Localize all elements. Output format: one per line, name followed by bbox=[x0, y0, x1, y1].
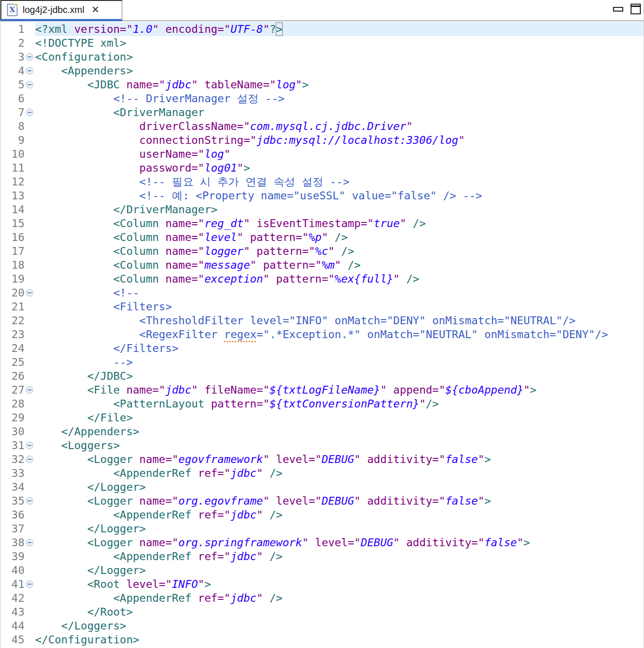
code-token: log bbox=[204, 148, 224, 160]
code-text[interactable]: <Logger name="egovframework" level="DEBU… bbox=[35, 452, 644, 466]
code-token bbox=[335, 245, 341, 258]
code-token bbox=[341, 259, 348, 272]
code-text[interactable]: <Column name="exception" pattern="%ex{fu… bbox=[35, 272, 644, 286]
code-text[interactable]: --> bbox=[35, 355, 644, 369]
code-text[interactable]: <Column name="message" pattern="%m" /> bbox=[35, 258, 644, 272]
code-text[interactable]: <JDBC name="jdbc" tableName="log"> bbox=[35, 78, 644, 92]
line-number: 33 bbox=[0, 466, 25, 480]
maximize-restore-icon[interactable] bbox=[631, 4, 641, 14]
code-text[interactable]: </File> bbox=[35, 411, 644, 425]
code-text[interactable]: </JDBC> bbox=[35, 369, 644, 383]
code-token: > bbox=[485, 494, 491, 507]
code-token: driverClassName=" bbox=[139, 120, 250, 133]
code-text[interactable]: <Root level="INFO"> bbox=[35, 577, 644, 591]
code-text[interactable]: <Logger name="org.springframework" level… bbox=[35, 536, 644, 549]
code-text[interactable]: connectionString="jdbc:mysql://localhost… bbox=[35, 133, 644, 147]
code-text[interactable]: <AppenderRef ref="jdbc" /> bbox=[35, 466, 644, 480]
code-text[interactable]: <AppenderRef ref="jdbc" /> bbox=[35, 591, 644, 605]
fold-collapse-icon[interactable] bbox=[26, 456, 33, 463]
code-text[interactable]: password="log01"> bbox=[35, 161, 644, 175]
code-text[interactable]: <!-- 예: <Property name="useSSL" value="f… bbox=[35, 189, 644, 203]
code-token: <Filters> bbox=[113, 300, 172, 313]
fold-collapse-icon[interactable] bbox=[26, 67, 33, 74]
code-text[interactable]: </Filters> bbox=[35, 341, 644, 355]
code-text[interactable]: <AppenderRef ref="jdbc" /> bbox=[35, 508, 644, 522]
xml-code-editor[interactable]: 1<?xml version="1.0" encoding="UTF-8"?>2… bbox=[0, 21, 644, 647]
code-text[interactable]: <DriverManager bbox=[35, 105, 644, 119]
fold-collapse-icon[interactable] bbox=[26, 539, 33, 546]
code-token bbox=[35, 425, 61, 438]
fold-collapse-icon[interactable] bbox=[26, 53, 33, 61]
code-token: " bbox=[322, 231, 328, 244]
code-text[interactable]: <!-- 필요 시 추가 연결 속성 설정 --> bbox=[35, 175, 644, 189]
minimize-icon[interactable] bbox=[613, 7, 623, 12]
code-text[interactable]: <AppenderRef ref="jdbc" /> bbox=[35, 549, 644, 563]
code-line: 17 <Column name="logger" pattern="%c" /> bbox=[0, 244, 644, 258]
code-token bbox=[35, 397, 113, 410]
code-token: " pattern=" bbox=[250, 259, 322, 272]
code-text[interactable]: </Configuration> bbox=[35, 633, 644, 647]
tab-log4j2-jdbc-xml[interactable]: X log4j2-jdbc.xml ✕ bbox=[0, 0, 123, 21]
line-number: 10 bbox=[0, 147, 25, 161]
code-text[interactable]: </Root> bbox=[35, 605, 644, 619]
code-token: /> bbox=[335, 231, 348, 244]
code-token: <RegexFilter bbox=[139, 328, 224, 341]
fold-gutter bbox=[25, 411, 35, 425]
fold-gutter bbox=[25, 522, 35, 536]
code-text[interactable]: <Logger name="org.egovframe" level="DEBU… bbox=[35, 494, 644, 508]
code-text[interactable]: <Appenders> bbox=[35, 64, 644, 78]
code-token: name=" bbox=[139, 536, 178, 549]
code-token bbox=[35, 356, 113, 369]
fold-collapse-icon[interactable] bbox=[26, 442, 33, 449]
line-number: 42 bbox=[0, 591, 25, 605]
code-text[interactable]: <Configuration> bbox=[35, 50, 644, 64]
code-text[interactable]: <File name="jdbc" fileName="${txtLogFile… bbox=[35, 383, 644, 397]
line-number: 11 bbox=[0, 161, 25, 175]
code-text[interactable]: </Logger> bbox=[35, 522, 644, 536]
line-number: 5 bbox=[0, 78, 25, 92]
code-text[interactable]: <?xml version="1.0" encoding="UTF-8"?> bbox=[35, 22, 644, 36]
code-token: <Logger bbox=[87, 536, 140, 549]
code-text[interactable]: driverClassName="com.mysql.cj.jdbc.Drive… bbox=[35, 119, 644, 133]
fold-gutter bbox=[25, 355, 35, 369]
fold-collapse-icon[interactable] bbox=[26, 109, 33, 116]
code-text[interactable]: </Loggers> bbox=[35, 619, 644, 633]
code-token bbox=[35, 314, 139, 327]
code-token: logger bbox=[204, 245, 244, 258]
code-token: <DriverManager bbox=[113, 106, 204, 119]
code-text[interactable]: <Filters> bbox=[35, 300, 644, 314]
code-line: 28 <PatternLayout pattern="${txtConversi… bbox=[0, 397, 644, 411]
fold-collapse-icon[interactable] bbox=[26, 81, 33, 88]
code-text[interactable]: <!-- DriverManager 설정 --> bbox=[35, 92, 644, 105]
code-token bbox=[35, 383, 87, 396]
code-text[interactable]: </DriverManager> bbox=[35, 203, 644, 216]
code-text[interactable]: <Column name="logger" pattern="%c" /> bbox=[35, 244, 644, 258]
fold-collapse-icon[interactable] bbox=[26, 386, 33, 394]
code-text[interactable]: <Loggers> bbox=[35, 438, 644, 452]
fold-collapse-icon[interactable] bbox=[26, 497, 33, 505]
line-number: 17 bbox=[0, 244, 25, 258]
code-text[interactable]: <PatternLayout pattern="${txtConversionP… bbox=[35, 397, 644, 411]
code-text[interactable]: <ThresholdFilter level="INFO" onMatch="D… bbox=[35, 314, 644, 327]
fold-collapse-icon[interactable] bbox=[26, 289, 33, 296]
code-text[interactable]: </Logger> bbox=[35, 563, 644, 577]
code-text[interactable]: <RegexFilter regex=".*Exception.*" onMat… bbox=[35, 327, 644, 341]
tab-close-icon[interactable]: ✕ bbox=[91, 5, 99, 15]
fold-collapse-icon[interactable] bbox=[26, 580, 33, 588]
code-text[interactable]: <Column name="level" pattern="%p" /> bbox=[35, 230, 644, 244]
code-text[interactable]: <!-- bbox=[35, 286, 644, 300]
code-token: jdbc:mysql://localhost:3306/log bbox=[257, 134, 459, 147]
xml-file-icon-letter: X bbox=[10, 6, 15, 13]
code-line: 22 <ThresholdFilter level="INFO" onMatch… bbox=[0, 314, 644, 327]
code-token bbox=[35, 564, 87, 577]
code-line: 11 password="log01"> bbox=[0, 161, 644, 175]
code-token: ref=" bbox=[198, 550, 230, 563]
code-text[interactable]: </Appenders> bbox=[35, 425, 644, 438]
code-text[interactable]: </Logger> bbox=[35, 480, 644, 494]
code-token bbox=[35, 453, 87, 466]
code-token: /> bbox=[270, 592, 282, 605]
code-text[interactable]: userName="log" bbox=[35, 147, 644, 161]
code-text[interactable]: <Column name="reg_dt" isEventTimestamp="… bbox=[35, 216, 644, 230]
code-text[interactable]: <!DOCTYPE xml> bbox=[35, 36, 644, 50]
code-token: > bbox=[523, 536, 530, 549]
